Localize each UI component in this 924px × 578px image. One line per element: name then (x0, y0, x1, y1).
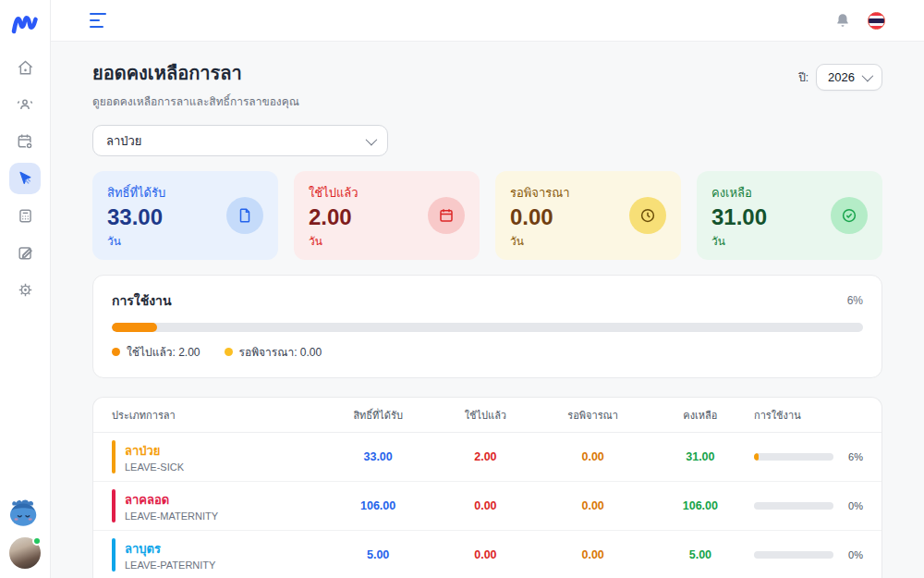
table-header-cell: สิทธิ์ที่ได้รับ (324, 407, 432, 424)
year-filter: ปี: 2026 (798, 64, 882, 91)
language-switcher-thai-flag-icon[interactable] (868, 12, 885, 30)
sidebar-item-home[interactable] (9, 52, 41, 83)
usage-card: การใช้งาน 6% ใช้ไปแล้ว: 2.00รอพิจารณา: 0… (92, 275, 882, 378)
sidebar-item-payroll[interactable] (9, 200, 41, 231)
usage-percent: 6% (847, 294, 863, 307)
table-row[interactable]: ลาบุตรLEAVE-PATERNITY5.000.000.005.000% (93, 531, 881, 578)
leave-type-select[interactable]: ลาป่วย (92, 125, 388, 156)
remaining-value: 106.00 (647, 499, 754, 512)
usage-cell: 6% (754, 451, 863, 462)
row-usage-bar (754, 502, 833, 510)
clock-icon (629, 197, 666, 234)
entitled-value: 33.00 (324, 450, 432, 463)
hamburger-menu-icon[interactable] (90, 13, 110, 28)
remaining-value: 5.00 (647, 548, 754, 561)
calendar-plus-icon (16, 132, 34, 151)
gear-icon (17, 281, 34, 299)
row-usage-bar (754, 551, 833, 559)
year-select[interactable]: 2026 (816, 64, 882, 91)
table-header-cell: ประเภทการลา (112, 407, 324, 424)
legend-dot-icon (225, 348, 233, 356)
logo-m-icon (11, 11, 39, 35)
entitled-value: 106.00 (324, 499, 432, 512)
main-content: ยอดคงเหลือการลา ดูยอดคงเหลือการลาและสิทธ… (51, 42, 924, 578)
sidebar-bottom (7, 497, 43, 569)
sidebar-item-documents[interactable] (9, 237, 41, 268)
usage-cell: 0% (754, 500, 863, 511)
user-avatar[interactable] (9, 537, 41, 569)
table-header-cell: คงเหลือ (647, 407, 754, 424)
edit-icon (17, 244, 34, 262)
chevron-down-icon (862, 70, 874, 82)
app-logo[interactable] (7, 7, 43, 39)
leave-type-code: LEAVE-SICK (125, 461, 184, 473)
pending-value: 0.00 (540, 499, 647, 512)
legend-label: ใช้ไปแล้ว: 2.00 (127, 343, 201, 361)
stat-unit: วัน (107, 232, 263, 250)
pending-value: 0.00 (540, 450, 647, 463)
leave-type-name: ลาป่วย (125, 441, 184, 461)
bell-icon (834, 12, 851, 29)
sidebar-nav (9, 52, 41, 305)
leave-type-color-bar (112, 489, 116, 523)
usage-progress-bar (112, 323, 863, 332)
legend-dot-icon (112, 348, 120, 356)
usage-title: การใช้งาน (112, 290, 171, 311)
leave-type-code: LEAVE-PATERNITY (125, 560, 215, 571)
team-icon (16, 95, 34, 114)
usage-progress-fill (112, 323, 157, 332)
entitled-value: 5.00 (324, 548, 432, 561)
leave-type-cell: ลาบุตรLEAVE-PATERNITY (112, 538, 324, 572)
leave-type-name: ลาบุตร (125, 539, 215, 559)
leave-table-body: ลาป่วยLEAVE-SICK33.002.000.0031.006%ลาคล… (93, 433, 881, 578)
document-icon (226, 197, 263, 234)
topbar-right (834, 12, 885, 30)
page-title: ยอดคงเหลือการลา (92, 58, 299, 88)
legend-label: รอพิจารณา: 0.00 (239, 343, 322, 361)
table-row[interactable]: ลาคลอดLEAVE-MATERNITY106.000.000.00106.0… (93, 482, 881, 531)
used-value: 0.00 (432, 499, 539, 512)
sidebar (0, 0, 51, 578)
online-status-dot (32, 536, 42, 546)
row-usage-percent: 6% (841, 451, 863, 462)
stat-unit: วัน (309, 232, 465, 250)
table-row[interactable]: ลาป่วยLEAVE-SICK33.002.000.0031.006% (93, 433, 881, 482)
sidebar-item-settings[interactable] (9, 274, 41, 305)
stat-card-used: ใช้ไปแล้ว 2.00 วัน (294, 171, 480, 260)
calendar-icon (428, 197, 465, 234)
table-header-cell: รอพิจารณา (540, 407, 647, 424)
leave-table: ประเภทการลาสิทธิ์ที่ได้รับใช้ไปแล้วรอพิจ… (92, 397, 882, 578)
notifications-button[interactable] (834, 12, 851, 29)
app-window: ยอดคงเหลือการลา ดูยอดคงเหลือการลาและสิทธ… (0, 0, 924, 578)
sidebar-item-team[interactable] (9, 89, 41, 120)
leave-type-color-bar (112, 440, 116, 473)
year-label: ปี: (798, 68, 808, 86)
chat-sticker[interactable] (7, 497, 43, 528)
sidebar-item-leave-calendar[interactable] (9, 126, 41, 157)
home-icon (17, 59, 34, 77)
row-usage-percent: 0% (841, 500, 863, 511)
usage-legend: ใช้ไปแล้ว: 2.00รอพิจารณา: 0.00 (112, 343, 863, 361)
check-circle-icon (831, 197, 868, 234)
topbar (51, 0, 924, 42)
leave-type-name: ลาคลอด (125, 490, 218, 510)
page-subtitle: ดูยอดคงเหลือการลาและสิทธิ์การลาของคุณ (92, 92, 299, 110)
usage-legend-item: ใช้ไปแล้ว: 2.00 (112, 343, 201, 361)
sidebar-item-leave-requests[interactable] (9, 163, 41, 194)
row-usage-bar (754, 453, 833, 461)
used-value: 0.00 (432, 548, 539, 561)
used-value: 2.00 (432, 450, 539, 463)
chevron-down-icon (366, 133, 378, 145)
leave-type-cell: ลาคลอดLEAVE-MATERNITY (112, 489, 324, 523)
stat-cards: สิทธิ์ที่ได้รับ 33.00 วัน ใช้ไปแล้ว 2.00… (92, 171, 882, 260)
pending-value: 0.00 (540, 548, 647, 561)
stat-unit: วัน (510, 232, 666, 250)
leave-type-cell: ลาป่วยLEAVE-SICK (112, 440, 324, 473)
page-header: ยอดคงเหลือการลา ดูยอดคงเหลือการลาและสิทธ… (92, 58, 882, 110)
leave-type-color-bar (112, 538, 116, 572)
table-header-cell: ใช้ไปแล้ว (432, 407, 539, 424)
leave-type-code: LEAVE-MATERNITY (125, 510, 218, 522)
cursor-icon (16, 169, 34, 188)
usage-cell: 0% (754, 549, 863, 560)
leave-type-selected: ลาป่วย (106, 131, 141, 151)
